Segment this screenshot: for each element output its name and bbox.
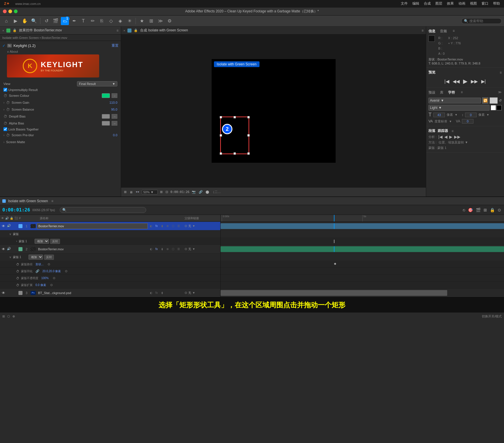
menu-help[interactable]: 帮助	[491, 1, 502, 6]
comp-color-button[interactable]: ⬤	[205, 190, 210, 194]
mask-handle-tl[interactable]	[220, 116, 222, 118]
layer1-parent-arrow[interactable]: ▼	[192, 224, 195, 228]
menu-view[interactable]: 视图	[468, 1, 479, 6]
mask-handle-ml[interactable]	[220, 134, 222, 137]
mask-handle-bm[interactable]	[234, 152, 236, 155]
selection-tool[interactable]: ▶	[12, 17, 20, 25]
font-family-dropdown[interactable]: Avenir ▼	[428, 98, 481, 103]
layer1-mask1-blend[interactable]: 相加	[35, 239, 49, 244]
tracker-tab[interactable]: 跟踪器	[438, 128, 448, 133]
layer2-solo[interactable]: ◐	[149, 247, 153, 251]
size-dropdown[interactable]: ▼	[455, 113, 458, 116]
preview-to-start[interactable]: |◀	[444, 78, 450, 85]
search-box[interactable]: 🔍	[461, 18, 502, 24]
mask-path-val[interactable]: 形状...	[35, 262, 44, 266]
layer1-name-input[interactable]	[37, 223, 148, 229]
kerning-input[interactable]	[465, 113, 477, 117]
playhead[interactable]	[334, 215, 334, 222]
comp-close-button[interactable]: ×	[123, 29, 125, 32]
comp-camera-button[interactable]: 📷	[191, 190, 196, 194]
menu-edit[interactable]: 编辑	[411, 1, 421, 6]
layer3-solo[interactable]: ◐	[149, 291, 153, 295]
pen-tool[interactable]: ✒	[70, 17, 78, 25]
layer3-parent-arrow[interactable]: ▼	[192, 291, 195, 294]
star-tool[interactable]: ★	[138, 17, 146, 25]
layer2-mask-blend[interactable]: 相加	[29, 255, 43, 260]
font-style-dropdown[interactable]: Light ▼	[428, 105, 490, 111]
reset-button[interactable]: 重置	[112, 43, 119, 48]
paint-tool[interactable]: ✏	[89, 17, 97, 25]
despill-swatch[interactable]	[102, 114, 110, 119]
comp-share-button[interactable]: 🔗	[198, 190, 203, 194]
more-tools[interactable]: ≫	[156, 17, 164, 25]
layer3-motion-blur[interactable]: ⧫	[160, 291, 164, 295]
pin-tool[interactable]: ✳	[125, 17, 133, 25]
menu-layer[interactable]: 图层	[434, 1, 444, 6]
screen-pre-blur-expand[interactable]: ›	[3, 134, 4, 137]
layer2-mask-expand[interactable]: ∨	[9, 255, 11, 259]
layer3-fx[interactable]: fx	[154, 291, 159, 295]
effect-enabled-checkbox[interactable]: ✓	[2, 43, 5, 48]
menu-animation[interactable]: 动画	[457, 1, 467, 6]
alpha-arrow[interactable]: →	[112, 121, 117, 126]
screen-gain-expand[interactable]: ›	[3, 101, 4, 104]
timeline-icon-1[interactable]: ⊞	[2, 315, 5, 318]
layer2-motion-blur[interactable]: ⧫	[160, 247, 164, 251]
layer2-blend[interactable]: ⊕	[165, 247, 170, 251]
analyze-back-end[interactable]: |◀	[438, 135, 443, 139]
method-dropdown[interactable]: 位置、缩放及旋转 ▼	[439, 141, 468, 144]
preview-to-end[interactable]: ▶|	[481, 78, 486, 85]
timeline-icon-2[interactable]: ⬡	[7, 315, 10, 318]
layer1-3d[interactable]: ⬡	[171, 224, 175, 228]
fullscreen-window-button[interactable]	[14, 10, 18, 13]
char-more[interactable]: ≫	[498, 90, 502, 95]
layer1-fx[interactable]: fx	[154, 224, 159, 228]
screen-colour-swatch[interactable]	[102, 93, 110, 98]
layer1-mask-expand[interactable]: ∨	[9, 232, 11, 236]
swap-colors-icon[interactable]: ↺	[499, 99, 502, 103]
screen-colour-arrow[interactable]: →	[112, 93, 117, 98]
about-expand-arrow[interactable]: ∨	[7, 50, 9, 53]
text-tool[interactable]: T	[79, 17, 87, 25]
layer2-fx[interactable]: fx	[154, 247, 159, 251]
kerning-dropdown[interactable]: ▼	[486, 113, 489, 116]
clone-tool[interactable]: ⎘	[98, 17, 106, 25]
lock-biases-checkbox[interactable]	[3, 127, 7, 131]
eraser-tool[interactable]: ◇	[107, 17, 115, 25]
menu-file[interactable]: 文件	[399, 1, 409, 6]
menu-effect[interactable]: 效果	[445, 1, 456, 6]
analyze-play[interactable]: ▶	[449, 135, 452, 139]
puppet-tool[interactable]: ◈	[116, 17, 124, 25]
preview-play[interactable]: ▶	[462, 77, 468, 85]
char-tab-char[interactable]: 字符	[448, 90, 455, 95]
hand-tool[interactable]: ✋	[21, 17, 29, 25]
info-tab-audio[interactable]: 音频	[440, 29, 447, 34]
comp-monitor-button[interactable]: 🖥	[129, 190, 133, 194]
close-window-button[interactable]	[3, 10, 7, 13]
tl-motion-button[interactable]: 🎬	[475, 207, 481, 213]
current-time-display[interactable]: 0:00:01:26	[2, 207, 30, 213]
grid-tool[interactable]: ⊞	[147, 17, 155, 25]
layer1-mask1-expand[interactable]: ›	[16, 240, 17, 243]
text-color-swatch[interactable]	[490, 97, 498, 104]
analyze-back[interactable]: ◀	[444, 135, 447, 139]
tl-render-button[interactable]: 🎯	[467, 207, 473, 213]
tl-grid-button[interactable]: ⊞	[483, 207, 488, 213]
mask-handle-br[interactable]	[247, 152, 250, 155]
layer1-blend[interactable]: ⊕	[165, 224, 170, 228]
zoom-tool[interactable]: 🔍	[30, 17, 38, 25]
tl-lock-button[interactable]: 🔒	[489, 207, 495, 213]
comp-menu-icon[interactable]: ≡	[422, 29, 424, 33]
effects-menu-icon[interactable]: ≡	[116, 29, 119, 33]
layer2-mask-invert[interactable]: 反转	[44, 255, 54, 260]
mask-handle-mr[interactable]	[247, 134, 250, 137]
mask-handle-tr[interactable]	[247, 116, 250, 118]
layer-row-1[interactable]: 👁 🔊 1 ◐ fx ⧫ ⊕ ⬡ ☰ ⊙	[0, 222, 220, 230]
camera-tool[interactable]: 🎬	[52, 17, 60, 25]
timeline-search-input[interactable]	[68, 208, 140, 212]
preview-back-frame[interactable]: ◀◀	[452, 78, 460, 85]
char-tab-library[interactable]: 库	[440, 90, 443, 95]
preview-fwd-frame[interactable]: ▶▶	[470, 78, 478, 85]
minimize-window-button[interactable]	[8, 10, 12, 13]
comp-toggle-button[interactable]: ⊞	[123, 190, 127, 194]
